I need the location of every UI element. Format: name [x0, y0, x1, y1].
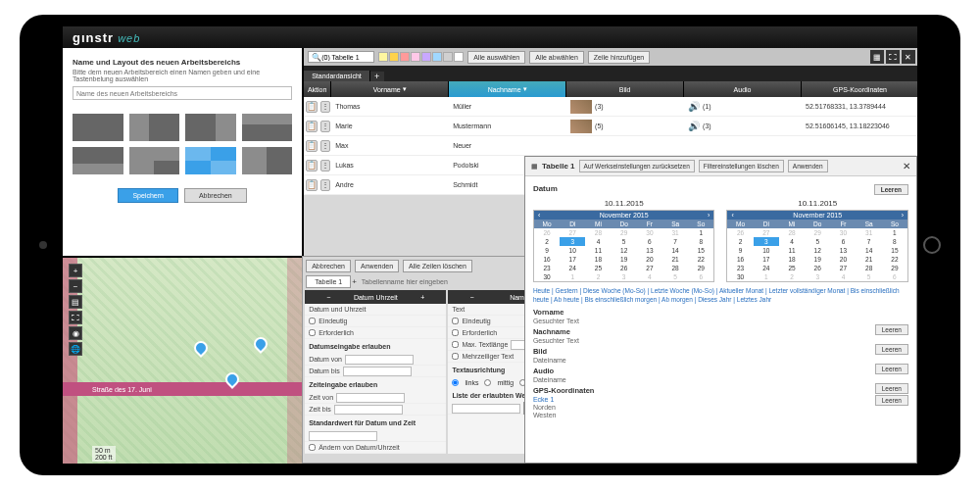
row-drag-icon[interactable]: ⋮ — [320, 140, 330, 152]
cal-day[interactable]: 25 — [585, 264, 611, 272]
color-swatch[interactable] — [432, 52, 442, 62]
plus-icon[interactable]: + — [352, 277, 357, 286]
filter-apply-button[interactable]: Anwenden — [788, 160, 828, 172]
cal-day[interactable]: 14 — [662, 246, 688, 255]
image-thumb[interactable] — [570, 120, 592, 133]
layout-opt-6[interactable] — [129, 147, 180, 174]
leeren-nachname-button[interactable]: Leeren — [875, 344, 908, 355]
map-world-icon[interactable]: 🌐 — [69, 342, 82, 356]
table-search[interactable]: 🔍 — [308, 51, 374, 63]
cal-day[interactable]: 18 — [585, 255, 611, 264]
color-swatch[interactable] — [411, 52, 420, 62]
align-links-radio[interactable] — [452, 379, 459, 386]
th-vorname[interactable]: Vorname▾ — [331, 81, 449, 97]
cal-day[interactable]: 16 — [727, 255, 753, 264]
liste-input[interactable] — [452, 404, 520, 414]
cal-next-icon[interactable]: › — [708, 212, 710, 219]
erforderlich2-checkbox[interactable] — [452, 329, 459, 336]
cal-day[interactable]: 9 — [727, 246, 753, 255]
layout-opt-7-selected[interactable] — [185, 147, 236, 174]
calendar-to[interactable]: ‹November 2015›MoDiMiDoFrSaSo26272829303… — [726, 210, 908, 282]
zeit-bis-input[interactable] — [334, 405, 403, 415]
workspace-name-input[interactable] — [73, 86, 292, 100]
leeren-gps-button[interactable]: Leeren — [875, 395, 908, 406]
cal-day[interactable]: 2 — [534, 237, 560, 246]
row-drag-icon[interactable]: ⋮ — [320, 121, 330, 132]
cal-day[interactable]: 8 — [882, 237, 907, 246]
th-nachname[interactable]: Nachname▾ — [449, 81, 566, 97]
cal-day[interactable]: 21 — [662, 255, 688, 264]
cal-day[interactable]: 20 — [830, 255, 856, 264]
close-icon[interactable]: ✕ — [903, 161, 910, 172]
row-drag-icon[interactable]: ⋮ — [320, 160, 330, 172]
cal-day[interactable]: 8 — [688, 237, 713, 246]
zeit-von-input[interactable] — [336, 393, 405, 403]
leeren-vorname-button[interactable]: Leeren — [875, 324, 908, 335]
cal-day[interactable]: 2 — [727, 237, 753, 246]
cal-day[interactable]: 15 — [688, 246, 713, 255]
cal-day[interactable]: 1 — [688, 228, 713, 237]
cal-day[interactable]: 14 — [857, 246, 882, 255]
layout-opt-4[interactable] — [242, 114, 293, 141]
cal-day[interactable]: 16 — [534, 255, 560, 264]
search-input[interactable] — [321, 54, 370, 61]
save-button[interactable]: Speichern — [118, 188, 178, 203]
cal-day[interactable]: 30 — [727, 272, 753, 281]
image-thumb[interactable] — [570, 100, 592, 114]
cal-day[interactable]: 24 — [560, 264, 585, 272]
standardwert-input[interactable] — [309, 431, 377, 441]
cal-day[interactable]: 5 — [805, 237, 830, 246]
col2-remove-icon[interactable]: − — [448, 294, 495, 301]
leeren-datum-button[interactable]: Leeren — [874, 184, 908, 195]
maxlen-checkbox[interactable] — [452, 341, 459, 348]
cal-day[interactable]: 24 — [754, 264, 779, 272]
filter-icon[interactable]: ▦ — [870, 50, 884, 64]
cal-day[interactable]: 25 — [779, 264, 805, 272]
date-quick-links[interactable]: Heute | Gestern | Diese Woche (Mo-So) | … — [533, 286, 908, 304]
row-action-icon[interactable]: 📋 — [306, 179, 318, 191]
cal-day[interactable]: 20 — [637, 255, 662, 264]
cal-day[interactable]: 18 — [779, 255, 805, 264]
cal-day[interactable]: 7 — [662, 237, 688, 246]
form-apply-button[interactable]: Anwenden — [355, 260, 399, 272]
add-row-button[interactable]: Zeile hinzufügen — [588, 51, 650, 64]
cal-day[interactable]: 15 — [882, 246, 907, 255]
cal-day[interactable]: 1 — [882, 228, 907, 237]
map-zoom-out-icon[interactable]: − — [69, 279, 82, 293]
row-action-icon[interactable]: 📋 — [306, 160, 318, 172]
cal-prev-icon[interactable]: ‹ — [731, 212, 733, 219]
cal-day[interactable]: 28 — [857, 264, 882, 272]
cal-day[interactable]: 10 — [560, 246, 585, 255]
row-action-icon[interactable]: 📋 — [306, 101, 318, 113]
table-row[interactable]: 📋⋮ Thomas Müller (3) 🔊 (1) 52.51768331, … — [304, 97, 917, 117]
cal-prev-icon[interactable]: ‹ — [538, 212, 540, 219]
expand-icon[interactable]: ⛶ — [886, 50, 900, 64]
datum-von-input[interactable] — [345, 355, 414, 365]
col1-title[interactable]: Datum Uhrzeit — [352, 294, 399, 301]
filter-reset-button[interactable]: Auf Werkseinstellungen zurücksetzen — [579, 160, 695, 172]
color-swatch[interactable] — [443, 52, 453, 62]
cal-day[interactable]: 27 — [637, 264, 662, 272]
cal-day[interactable]: 4 — [779, 237, 805, 246]
th-gps[interactable]: GPS-Koordinaten — [802, 81, 917, 97]
table-row[interactable]: 📋⋮ Max Neuer — [304, 136, 917, 156]
cal-day[interactable]: 29 — [688, 264, 713, 272]
table-row[interactable]: 📋⋮ Marie Mustermann (5) 🔊 (3) 52.5160614… — [304, 117, 917, 136]
cal-day[interactable]: 22 — [882, 255, 907, 264]
layout-opt-8[interactable] — [242, 147, 293, 174]
row-drag-icon[interactable]: ⋮ — [320, 101, 330, 113]
cal-day[interactable]: 5 — [612, 237, 637, 246]
col-remove-icon[interactable]: − — [305, 294, 352, 301]
map-zoom-in-icon[interactable]: + — [69, 264, 82, 277]
cal-day[interactable]: 28 — [662, 264, 688, 272]
cal-day[interactable]: 19 — [612, 255, 637, 264]
select-all-button[interactable]: Alle auswählen — [467, 51, 525, 64]
cal-day[interactable]: 19 — [805, 255, 830, 264]
layout-opt-5[interactable] — [73, 147, 123, 174]
th-bild[interactable]: Bild — [566, 81, 684, 97]
tab-add[interactable]: + — [370, 72, 384, 81]
row-action-icon[interactable]: 📋 — [306, 121, 318, 132]
erforderlich-checkbox[interactable] — [309, 329, 316, 336]
th-aktion[interactable]: Aktion — [304, 81, 331, 97]
cancel-button[interactable]: Abbrechen — [184, 188, 247, 203]
